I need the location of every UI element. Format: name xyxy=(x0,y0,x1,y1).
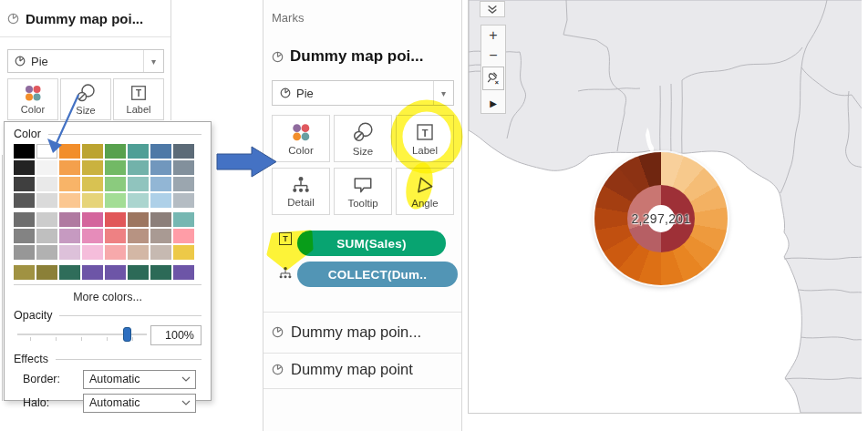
select-caret-button[interactable]: ▾ xyxy=(433,81,453,105)
color-swatch[interactable] xyxy=(128,229,149,243)
color-swatch[interactable] xyxy=(173,245,194,260)
color-swatch[interactable] xyxy=(105,160,126,175)
color-swatch[interactable] xyxy=(59,212,80,227)
color-swatch[interactable] xyxy=(82,265,103,280)
marks-card-title-row[interactable]: Dummy map poi... xyxy=(272,47,423,66)
color-swatch[interactable] xyxy=(36,144,57,159)
marks-card-title: Dummy map poi... xyxy=(290,47,423,66)
color-swatch[interactable] xyxy=(59,229,80,243)
zoom-out-button[interactable]: − xyxy=(481,46,505,66)
color-swatch[interactable] xyxy=(173,229,194,243)
marks-mark-type-select[interactable]: Pie ▾ xyxy=(272,80,454,106)
color-swatch[interactable] xyxy=(82,245,103,260)
zoom-in-button[interactable]: + xyxy=(481,26,505,46)
label-button[interactable]: T Label xyxy=(396,115,454,162)
color-swatch[interactable] xyxy=(59,160,80,175)
left-mark-type-select[interactable]: Pie ▾ xyxy=(7,49,164,73)
tooltip-button[interactable]: Tooltip xyxy=(334,168,392,215)
color-swatch[interactable] xyxy=(173,265,194,280)
color-swatch[interactable] xyxy=(105,245,126,260)
color-swatch[interactable] xyxy=(150,265,171,280)
svg-text:T: T xyxy=(422,127,429,138)
color-swatch[interactable] xyxy=(82,229,103,243)
color-swatch[interactable] xyxy=(128,212,149,227)
left-card-title-row[interactable]: Dummy map poi... xyxy=(0,0,170,37)
color-swatch[interactable] xyxy=(36,193,57,208)
tooltip-button-label: Tooltip xyxy=(347,198,377,209)
color-swatch[interactable] xyxy=(150,160,171,175)
color-swatch[interactable] xyxy=(105,177,126,191)
color-swatch[interactable] xyxy=(128,245,149,260)
color-swatch[interactable] xyxy=(59,245,80,260)
color-swatch[interactable] xyxy=(82,212,103,227)
pill-collect[interactable]: COLLECT(Dum.. xyxy=(297,262,458,287)
reset-pin-button[interactable]: × xyxy=(482,67,504,90)
color-swatch[interactable] xyxy=(14,212,35,227)
color-swatch[interactable] xyxy=(36,229,57,243)
collapsed-card-1-title: Dummy map poin... xyxy=(291,323,421,341)
halo-effect-select[interactable]: Automatic xyxy=(83,394,196,413)
color-swatch[interactable] xyxy=(173,193,194,208)
color-swatch[interactable] xyxy=(128,265,149,280)
color-swatch[interactable] xyxy=(82,177,103,191)
color-swatch[interactable] xyxy=(59,177,80,191)
color-button[interactable]: Color xyxy=(7,78,58,120)
color-swatch[interactable] xyxy=(105,144,126,159)
opacity-value[interactable]: 100% xyxy=(150,325,202,345)
color-swatch[interactable] xyxy=(59,265,80,280)
color-swatch[interactable] xyxy=(150,177,171,191)
color-swatch[interactable] xyxy=(150,245,171,260)
color-swatch[interactable] xyxy=(105,265,126,280)
map-zoom-toolbar: + − × ▶ xyxy=(480,25,506,114)
color-swatch[interactable] xyxy=(36,212,57,227)
color-swatch[interactable] xyxy=(150,212,171,227)
label-button[interactable]: T Label xyxy=(113,78,164,120)
color-swatch[interactable] xyxy=(173,144,194,159)
color-swatch[interactable] xyxy=(128,160,149,175)
pill-sum-sales[interactable]: SUM(Sales) xyxy=(297,231,446,256)
map-view[interactable]: + − × ▶ 2,297,201 xyxy=(468,0,862,414)
color-swatch[interactable] xyxy=(173,212,194,227)
color-button[interactable]: Color xyxy=(272,115,330,162)
detail-button[interactable]: Detail xyxy=(272,168,330,215)
color-swatch[interactable] xyxy=(14,265,35,280)
color-swatch[interactable] xyxy=(82,144,103,159)
color-swatch[interactable] xyxy=(105,193,126,208)
size-button[interactable]: Size xyxy=(334,115,392,162)
color-swatch[interactable] xyxy=(128,193,149,208)
map-controls-collapse-button[interactable] xyxy=(480,1,505,17)
color-swatch[interactable] xyxy=(59,193,80,208)
color-swatch[interactable] xyxy=(150,229,171,243)
color-swatch[interactable] xyxy=(150,193,171,208)
expand-tools-button[interactable]: ▶ xyxy=(481,93,505,113)
color-swatch[interactable] xyxy=(14,245,35,260)
color-swatch[interactable] xyxy=(82,193,103,208)
color-swatch[interactable] xyxy=(36,265,57,280)
size-button[interactable]: Size xyxy=(60,78,111,120)
more-colors-link[interactable]: More colors... xyxy=(14,289,202,309)
border-effect-select[interactable]: Automatic xyxy=(83,370,196,389)
color-swatch[interactable] xyxy=(14,160,35,175)
color-swatch[interactable] xyxy=(82,160,103,175)
color-swatch[interactable] xyxy=(36,177,57,191)
select-caret-button[interactable]: ▾ xyxy=(143,50,163,72)
color-swatch[interactable] xyxy=(14,177,35,191)
color-swatch[interactable] xyxy=(14,229,35,243)
color-swatch[interactable] xyxy=(105,229,126,243)
color-swatch[interactable] xyxy=(14,193,35,208)
color-swatch[interactable] xyxy=(59,144,80,159)
color-swatch[interactable] xyxy=(36,245,57,260)
color-swatch[interactable] xyxy=(150,144,171,159)
opacity-slider-thumb[interactable] xyxy=(123,327,131,342)
color-swatch[interactable] xyxy=(173,177,194,191)
color-swatch[interactable] xyxy=(105,212,126,227)
collapsed-card-2[interactable]: Dummy map point xyxy=(272,361,413,378)
color-swatch[interactable] xyxy=(14,144,35,159)
color-swatch[interactable] xyxy=(36,160,57,175)
angle-button[interactable]: Angle xyxy=(396,168,454,215)
collapsed-card-1[interactable]: Dummy map poin... xyxy=(272,323,421,341)
color-swatch[interactable] xyxy=(128,144,149,159)
color-swatch[interactable] xyxy=(128,177,149,191)
chevron-down-icon xyxy=(181,376,191,382)
color-swatch[interactable] xyxy=(173,160,194,175)
